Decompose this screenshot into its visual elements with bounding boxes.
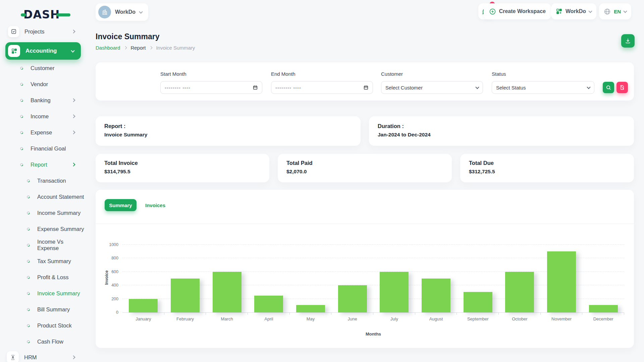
sidebar-item-income-summary[interactable]: Income Summary bbox=[0, 205, 86, 221]
bar-may[interactable] bbox=[296, 305, 325, 312]
bar-october[interactable] bbox=[505, 272, 534, 312]
sidebar-item-label: Profit & Loss bbox=[37, 274, 69, 281]
y-axis-tick-label: 400 bbox=[111, 283, 118, 288]
language-selector[interactable]: EN bbox=[599, 3, 631, 19]
sidebar-item-projects[interactable]: Projects bbox=[8, 25, 86, 38]
breadcrumb-report[interactable]: Report bbox=[130, 45, 146, 51]
logo-dash-icon bbox=[21, 13, 26, 16]
sidebar-item-label: Vendor bbox=[31, 81, 48, 87]
chevron-right-icon bbox=[71, 98, 75, 102]
tab-summary[interactable]: Summary bbox=[105, 199, 137, 211]
bar-march[interactable] bbox=[213, 272, 241, 312]
bar-slot bbox=[331, 245, 373, 312]
bar-september[interactable] bbox=[464, 292, 492, 312]
bar-july[interactable] bbox=[380, 272, 409, 312]
download-report-button[interactable] bbox=[621, 34, 635, 48]
x-axis-category-label: October bbox=[499, 316, 541, 321]
sidebar-item-label: Transaction bbox=[37, 178, 66, 184]
duration-card-value: Jan-2024 to Dec-2024 bbox=[378, 132, 625, 138]
sidebar-item-expense[interactable]: Expense bbox=[0, 124, 86, 140]
sidebar-item-cash-flow[interactable]: Cash Flow bbox=[0, 334, 86, 350]
sidebar-item-expense-summary[interactable]: Expense Summary bbox=[0, 221, 86, 237]
y-axis-tick-label: 0 bbox=[116, 310, 118, 315]
bar-august[interactable] bbox=[422, 279, 450, 312]
download-icon bbox=[625, 38, 631, 44]
workspace-avatar bbox=[98, 6, 111, 18]
start-month-placeholder: -------- ---- bbox=[165, 85, 191, 90]
report-card-title: Report : bbox=[104, 123, 352, 129]
end-month-input[interactable]: -------- ---- bbox=[271, 81, 373, 94]
create-workspace-button[interactable]: Create Workspace bbox=[484, 3, 551, 19]
bar-november[interactable] bbox=[547, 251, 576, 312]
workspace-switcher[interactable]: WorkDo bbox=[96, 3, 148, 21]
sidebar-item-financial-goal[interactable]: Financial Goal bbox=[0, 140, 86, 157]
bar-december[interactable] bbox=[589, 305, 618, 312]
app-menu-button[interactable]: WorkDo bbox=[551, 3, 596, 19]
sidebar-item-accounting[interactable]: Accounting bbox=[5, 42, 81, 60]
customer-select-value: Select Customer bbox=[385, 85, 423, 90]
breadcrumb-dashboard[interactable]: Dashboard bbox=[96, 45, 120, 51]
sidebar-item-label: Expense bbox=[31, 129, 52, 136]
sidebar-item-transaction[interactable]: Transaction bbox=[0, 173, 86, 189]
bullet-icon bbox=[26, 227, 31, 231]
x-axis-category-label: March bbox=[206, 316, 248, 321]
chevron-down-icon bbox=[623, 9, 627, 13]
bar-june[interactable] bbox=[338, 285, 367, 312]
y-axis-tick-label: 1000 bbox=[109, 242, 118, 247]
bullet-icon bbox=[26, 291, 31, 296]
customer-select[interactable]: Select Customer bbox=[381, 81, 483, 94]
sidebar-item-tax-summary[interactable]: Tax Summary bbox=[0, 253, 86, 269]
bar-february[interactable] bbox=[171, 279, 200, 312]
bullet-icon bbox=[19, 114, 24, 119]
apply-filter-button[interactable] bbox=[603, 82, 614, 93]
bar-january[interactable] bbox=[129, 299, 158, 312]
x-axis-title: Months bbox=[122, 331, 624, 337]
bar-slot bbox=[541, 245, 583, 312]
app-logo[interactable]: DASH bbox=[21, 8, 70, 21]
chevron-down-icon bbox=[587, 85, 590, 89]
sidebar-item-invoice-summary[interactable]: Invoice Summary bbox=[0, 285, 86, 301]
status-select[interactable]: Select Status bbox=[492, 81, 594, 94]
y-axis-title: Invoice bbox=[104, 259, 109, 296]
sidebar-item-banking[interactable]: Banking bbox=[0, 92, 86, 108]
x-axis-category-label: December bbox=[582, 316, 624, 321]
x-axis-category-label: August bbox=[415, 316, 457, 321]
bullet-icon bbox=[26, 195, 31, 199]
grid-plus-icon bbox=[11, 48, 17, 54]
app-menu-label: WorkDo bbox=[566, 8, 586, 14]
sidebar-item-report[interactable]: Report bbox=[0, 157, 86, 173]
duration-info-card: Duration : Jan-2024 to Dec-2024 bbox=[369, 116, 634, 146]
tab-invoices[interactable]: Invoices bbox=[143, 199, 168, 211]
y-axis-tick-label: 800 bbox=[111, 256, 118, 260]
sidebar-item-account-statement[interactable]: Account Statement bbox=[0, 189, 86, 205]
grid-plus-icon bbox=[556, 8, 562, 15]
bullet-icon bbox=[26, 211, 31, 215]
sidebar-item-income-vs-expense[interactable]: Income Vs Expense bbox=[0, 237, 86, 253]
bar-slot bbox=[290, 245, 332, 312]
bullet-icon bbox=[26, 275, 31, 280]
sidebar-item-bill-summary[interactable]: Bill Summary bbox=[0, 301, 86, 317]
bullet-icon bbox=[26, 259, 31, 263]
bar-slot bbox=[373, 245, 415, 312]
bullet-icon bbox=[19, 98, 24, 103]
bar-april[interactable] bbox=[254, 296, 283, 313]
sidebar-item-label: Customer bbox=[31, 65, 55, 71]
calendar-icon bbox=[253, 85, 258, 90]
report-info-card: Report : Invoice Summary bbox=[96, 116, 361, 146]
start-month-input[interactable]: -------- ---- bbox=[160, 81, 262, 94]
globe-icon bbox=[604, 8, 611, 15]
sidebar-item-profit-loss[interactable]: Profit & Loss bbox=[0, 269, 86, 285]
chevron-down-icon bbox=[71, 49, 74, 52]
sidebar-item-income[interactable]: Income bbox=[0, 108, 86, 124]
sidebar-item-hrm[interactable]: HRM bbox=[7, 350, 86, 362]
bar-series bbox=[122, 245, 624, 312]
x-axis-category-label: September bbox=[457, 316, 499, 321]
workspace-name: WorkDo bbox=[115, 9, 136, 15]
sidebar-item-customer[interactable]: Customer bbox=[0, 60, 86, 76]
sidebar-item-vendor[interactable]: Vendor bbox=[0, 76, 86, 92]
x-axis-category-label: November bbox=[541, 316, 583, 321]
sidebar-item-label: Income Summary bbox=[37, 210, 80, 216]
reset-filter-button[interactable] bbox=[616, 82, 628, 93]
logo-dash-icon bbox=[56, 13, 70, 16]
sidebar-item-product-stock[interactable]: Product Stock bbox=[0, 317, 86, 334]
